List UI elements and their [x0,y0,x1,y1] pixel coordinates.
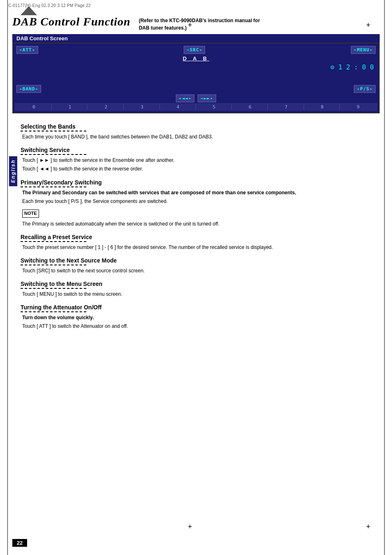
meta-line: C-01177(H)-Eng 02.3.20 3:12 PM Page 22 [0,0,392,9]
heading-attenuator: Turning the Attenuator On/Off [21,304,380,311]
band-button[interactable]: BAND [16,85,41,93]
num-2[interactable]: 2 [88,104,124,110]
dab-screen-header: DAB Control Screen [12,34,380,43]
num-8[interactable]: 8 [305,104,340,110]
dashes-selecting-bands [21,131,86,131]
body-attenuator: Turn down the volume quickly. Touch [ AT… [22,314,380,330]
body-selecting-bands: Each time you touch [ BAND ], the band s… [22,133,380,141]
body-primary-secondary: The Primary and Secondary can be switche… [22,189,380,228]
src-button[interactable]: SRC [184,46,205,54]
screen-center [15,72,377,84]
num-4[interactable]: 4 [161,104,196,110]
body-switching-source: Touch [SRC] to switch to the next source… [22,267,380,275]
prev-button[interactable]: ◄◄ [176,94,194,102]
dashes-switching-service [21,154,86,155]
page-number: 22 [12,539,27,547]
dashes-primary-secondary [21,187,86,187]
heading-switching-service: Switching Service [21,147,380,153]
heading-switching-source: Switching to the Next Source Mode [21,257,380,264]
body-switching-menu: Touch [ MENU ] to switch to the menu scr… [22,290,380,298]
att-button[interactable]: ATT [16,46,38,54]
title-section: DAB Control Function (Refer to the KTC-9… [0,9,392,34]
ps-button[interactable]: P/S [354,85,376,93]
next-button[interactable]: ►► [198,94,216,102]
menu-button[interactable]: MENU [351,46,376,54]
num-9[interactable]: 9 [341,104,376,110]
screen-row-time: ⊙ 1 2 : 0 0 [15,62,377,72]
body-switching-service: Touch [ ►► ] to switch the service in th… [22,157,380,173]
heading-primary-secondary: Primary/Secondary Switching [21,179,380,186]
dashes-switching-source [21,265,86,265]
body-recalling-preset: Touch the preset service number [ 1 ] - … [22,244,380,251]
screen-row-prev-next: ◄◄ ►► [15,94,377,103]
title-logo: DAB Control Function [12,9,131,28]
crosshair-top-right [365,23,374,31]
screen-number-row: 0 1 2 3 4 5 6 7 8 9 [15,103,377,111]
num-3[interactable]: 3 [125,104,160,110]
screen-row-1: ATT SRC MENU [15,45,377,55]
dab-label: D A B [183,55,209,62]
num-1[interactable]: 1 [53,104,88,110]
crosshair-bottom-right [365,524,374,532]
screen-row-dab: D A B [15,55,377,62]
right-border [384,0,385,555]
screen-display: ATT SRC MENU D A B ⊙ 1 2 : 0 0 BAND P/S … [12,43,380,113]
screen-time: ⊙ 1 2 : 0 0 [330,63,376,71]
content-area: Selecting the Bands Each time you touch … [0,113,392,336]
num-6[interactable]: 6 [233,104,268,110]
title-note: (Refer to the KTC-9090DAB's instruction … [139,9,260,32]
screen-row-band-ps: BAND P/S [15,84,377,94]
num-7[interactable]: 7 [269,104,304,110]
dashes-switching-menu [21,288,86,289]
vertical-language-label: English [9,156,17,186]
crosshair-bottom-left [187,524,195,532]
num-5[interactable]: 5 [197,104,232,110]
num-0[interactable]: 0 [16,104,52,110]
logo-triangle [21,6,37,15]
heading-selecting-bands: Selecting the Bands [21,123,380,130]
left-border [7,0,8,555]
crosshair-top-left [187,23,195,31]
note-label: NOTE [22,210,39,218]
heading-recalling-preset: Recalling a Preset Service [21,234,380,240]
heading-switching-menu: Switching to the Menu Screen [21,281,380,287]
dashes-attenuator [21,311,86,312]
dashes-recalling-preset [21,241,86,242]
